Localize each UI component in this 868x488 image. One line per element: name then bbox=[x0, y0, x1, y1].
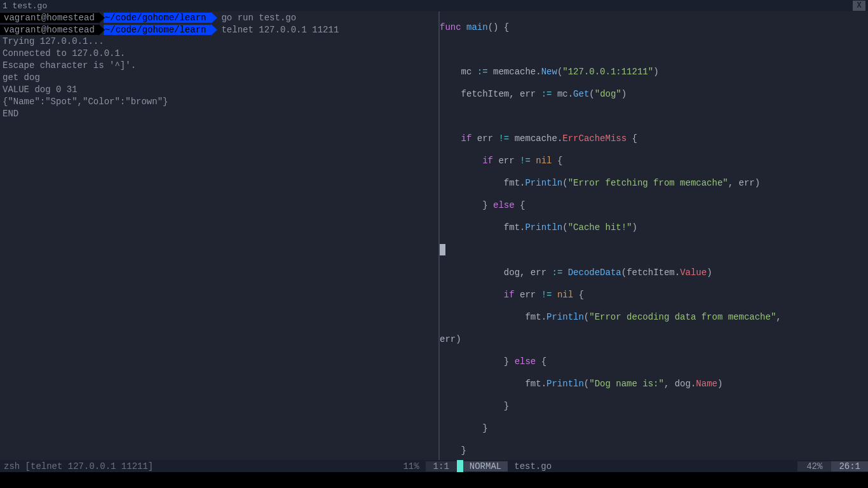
prompt-arrow-icon bbox=[98, 24, 105, 36]
prompt-arrow-icon bbox=[98, 12, 105, 24]
prompt-arrow-icon bbox=[211, 12, 217, 24]
prompt-line-2: vagrant@homestead ~/code/gohome/learn te… bbox=[0, 24, 438, 36]
prompt-line-1: vagrant@homestead ~/code/gohome/learn go… bbox=[0, 11, 438, 24]
prompt-arrow-icon bbox=[211, 24, 217, 36]
status-pos-left: 1:1 bbox=[426, 461, 457, 471]
close-button[interactable]: X bbox=[853, 1, 865, 11]
bottom-gap bbox=[0, 472, 868, 488]
status-percent-left: 11% bbox=[397, 461, 425, 471]
status-percent-right: 42% bbox=[797, 461, 831, 471]
status-pos-right: 26:1 bbox=[831, 461, 868, 471]
prompt-path: ~/code/gohome/learn bbox=[104, 25, 212, 35]
prompt-command: go run test.go bbox=[217, 13, 296, 23]
prompt-user: vagrant@homestead bbox=[0, 25, 98, 35]
prompt-command: telnet 127.0.0.1 11211 bbox=[217, 25, 339, 35]
prompt-path: ~/code/gohome/learn bbox=[104, 13, 212, 23]
status-left-shell: zsh [telnet 127.0.0.1 11211] bbox=[0, 461, 157, 471]
terminal-output: Trying 127.0.0.1... Connected to 127.0.0… bbox=[0, 36, 438, 120]
prompt-user: vagrant@homestead bbox=[0, 13, 98, 23]
mode-separator-icon bbox=[457, 460, 463, 472]
editor-pane[interactable]: func main() { mc := memcache.New("127.0.… bbox=[438, 11, 868, 460]
titlebar: 1 test.go X bbox=[0, 0, 868, 11]
status-filename: test.go bbox=[508, 461, 558, 471]
main-area: vagrant@homestead ~/code/gohome/learn go… bbox=[0, 11, 868, 460]
titlebar-title: 1 test.go bbox=[3, 1, 47, 11]
status-mode: NORMAL bbox=[463, 461, 508, 471]
editor-cursor bbox=[440, 244, 445, 255]
statusbar: zsh [telnet 127.0.0.1 11211] 11% 1:1 NOR… bbox=[0, 460, 868, 472]
terminal-pane[interactable]: vagrant@homestead ~/code/gohome/learn go… bbox=[0, 11, 438, 460]
